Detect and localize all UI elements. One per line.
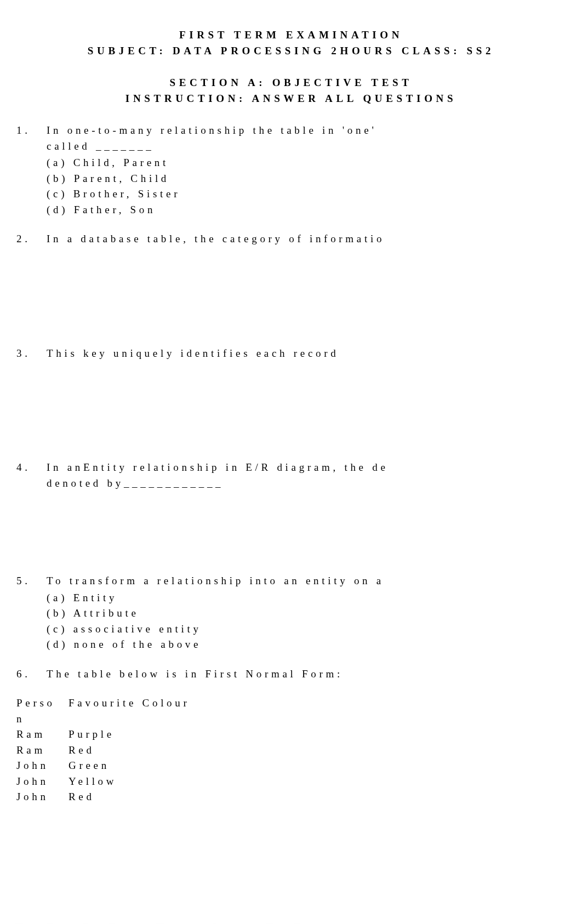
table-cell: John [16, 774, 69, 790]
question-text: To transform a relationship into an enti… [47, 573, 566, 589]
table-row: Ram Red [16, 743, 566, 758]
option-a: (a) Child, Parent [47, 155, 566, 171]
section-title: SECTION A: OBJECTIVE TEST [16, 75, 566, 91]
question-number: 5. [16, 573, 47, 653]
question-number: 2. [16, 231, 47, 247]
question-text: This key uniquely identifies each record [47, 346, 566, 362]
question-text: In a database table, the category of inf… [47, 231, 566, 247]
question-number: 6. [16, 666, 47, 682]
question-blank: called _______ [47, 139, 566, 155]
table-cell: Red [69, 789, 95, 805]
question-line2: denoted by____________ [47, 476, 566, 492]
question-body: In one-to-many relationship the table in… [47, 123, 566, 218]
option-b: (b) Parent, Child [47, 171, 566, 187]
header-subject: SUBJECT: DATA PROCESSING 2HOURS CLASS: S… [16, 43, 566, 59]
option-d: (d) none of the above [47, 637, 566, 653]
option-c: (c) Brother, Sister [47, 186, 566, 202]
table-col1-header: Perso [16, 695, 69, 711]
table-col1-header-wrap: n [16, 711, 566, 727]
question-number: 4. [16, 460, 47, 491]
section-instruction: INSTRUCTION: ANSWER ALL QUESTIONS [16, 91, 566, 107]
option-c: (c) associative entity [47, 621, 566, 637]
exam-header: FIRST TERM EXAMINATION SUBJECT: DATA PRO… [16, 27, 566, 59]
option-a: (a) Entity [47, 590, 566, 606]
table-cell: Ram [16, 727, 69, 743]
table-row: John Green [16, 758, 566, 774]
question-text: The table below is in First Normal Form: [47, 666, 566, 682]
question-text: In one-to-many relationship the table in… [47, 123, 566, 139]
table-row: Ram Purple [16, 727, 566, 743]
question-body: To transform a relationship into an enti… [47, 573, 566, 653]
question-body: In anEntity relationship in E/R diagram,… [47, 460, 566, 491]
question-4: 4. In anEntity relationship in E/R diagr… [16, 460, 566, 491]
question-body: In a database table, the category of inf… [47, 231, 566, 247]
header-title: FIRST TERM EXAMINATION [16, 27, 566, 43]
question-5: 5. To transform a relationship into an e… [16, 573, 566, 653]
question-options: (a) Child, Parent (b) Parent, Child (c) … [47, 155, 566, 218]
option-b: (b) Attribute [47, 606, 566, 621]
question-options: (a) Entity (b) Attribute (c) associative… [47, 590, 566, 653]
question-text: In anEntity relationship in E/R diagram,… [47, 460, 566, 476]
table-header: Perso Favourite Colour [16, 695, 566, 711]
question-6: 6. The table below is in First Normal Fo… [16, 666, 566, 682]
question-body: This key uniquely identifies each record [47, 346, 566, 362]
table-cell: John [16, 789, 69, 805]
table-col2-header: Favourite Colour [69, 695, 190, 711]
question-2: 2. In a database table, the category of … [16, 231, 566, 247]
table-cell: Yellow [69, 774, 117, 790]
question-3: 3. This key uniquely identifies each rec… [16, 346, 566, 362]
question-number: 3. [16, 346, 47, 362]
option-d: (d) Father, Son [47, 202, 566, 218]
table-cell: Ram [16, 743, 69, 758]
table-cell: Green [69, 758, 110, 774]
table-row: John Red [16, 789, 566, 805]
data-table: Perso Favourite Colour n Ram Purple Ram … [16, 695, 566, 805]
question-number: 1. [16, 123, 47, 218]
table-cell: Red [69, 743, 95, 758]
table-cell: Purple [69, 727, 115, 743]
table-cell: John [16, 758, 69, 774]
section-header: SECTION A: OBJECTIVE TEST INSTRUCTION: A… [16, 75, 566, 106]
question-body: The table below is in First Normal Form: [47, 666, 566, 682]
table-row: John Yellow [16, 774, 566, 790]
question-1: 1. In one-to-many relationship the table… [16, 123, 566, 218]
